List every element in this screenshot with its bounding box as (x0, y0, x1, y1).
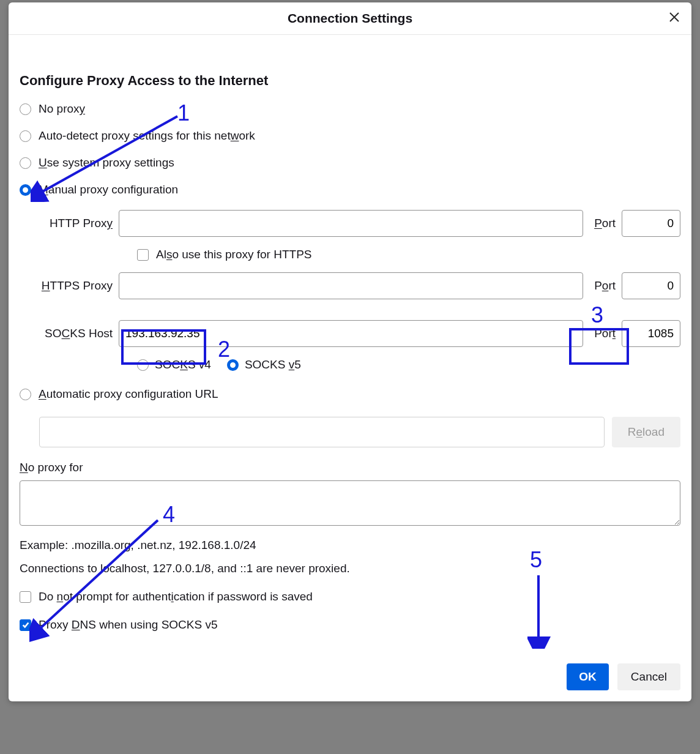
localhost-note: Connections to localhost, 127.0.0.1/8, a… (20, 562, 680, 575)
also-https-row[interactable]: Also use this proxy for HTTPS (137, 248, 680, 261)
radio-label: Use system proxy settings (39, 156, 174, 170)
http-port-input[interactable] (622, 210, 680, 237)
radio-label: Manual proxy configuration (39, 183, 178, 196)
radio-manual[interactable]: Manual proxy configuration (20, 183, 680, 196)
section-title: Configure Proxy Access to the Internet (20, 73, 680, 89)
manual-proxy-fields: HTTP Proxy Port Also use this proxy for … (39, 210, 680, 371)
socks-port-label: Port (594, 327, 616, 340)
radio-icon-selected (227, 359, 239, 371)
dialog-title: Connection Settings (288, 11, 412, 25)
https-port-label: Port (594, 279, 616, 293)
close-icon (668, 11, 680, 23)
http-proxy-input[interactable] (119, 210, 583, 237)
no-proxy-for-input[interactable] (20, 480, 680, 526)
radio-label: Auto-detect proxy settings for this netw… (39, 129, 255, 143)
radio-icon (137, 359, 149, 371)
radio-use-system[interactable]: Use system proxy settings (20, 156, 680, 170)
https-proxy-input[interactable] (119, 272, 583, 299)
dialog-body: Configure Proxy Access to the Internet N… (9, 35, 691, 632)
https-proxy-row: HTTPS Proxy Port (39, 272, 680, 299)
http-proxy-row: HTTP Proxy Port (39, 210, 680, 237)
radio-icon-selected (20, 184, 31, 196)
radio-socks-v4[interactable]: SOCKS v4 (137, 358, 211, 371)
socks-version-row: SOCKS v4 SOCKS v5 (137, 358, 680, 371)
example-text: Example: .mozilla.org, .net.nz, 192.168.… (20, 539, 680, 552)
radio-no-proxy[interactable]: No proxy (20, 102, 680, 116)
reload-button[interactable]: Reload (612, 417, 680, 447)
checkbox-icon (20, 591, 31, 603)
http-proxy-label: HTTP Proxy (39, 217, 113, 230)
close-button[interactable] (666, 9, 683, 26)
radio-icon (20, 389, 31, 400)
radio-socks-v5[interactable]: SOCKS v5 (227, 358, 301, 371)
https-proxy-label: HTTPS Proxy (39, 279, 113, 293)
auth-prompt-row[interactable]: Do not prompt for authentication if pass… (20, 590, 680, 603)
cancel-button[interactable]: Cancel (617, 663, 680, 690)
checkbox-icon (137, 249, 149, 261)
socks-host-input[interactable] (119, 320, 583, 347)
ok-button[interactable]: OK (567, 663, 609, 690)
no-proxy-for-label: No proxy for (20, 461, 680, 474)
socks-host-label: SOCKS Host (39, 327, 113, 340)
auto-url-row: Reload (39, 417, 680, 447)
auth-prompt-label: Do not prompt for authentication if pass… (39, 590, 313, 603)
radio-label: Automatic proxy configuration URL (39, 387, 218, 401)
https-port-input[interactable] (622, 272, 680, 299)
radio-icon (20, 130, 31, 142)
socks-v4-label: SOCKS v4 (155, 358, 211, 371)
radio-icon (20, 157, 31, 169)
dialog-footer: OK Cancel (567, 663, 680, 690)
radio-icon (20, 103, 31, 115)
proxy-dns-label: Proxy DNS when using SOCKS v5 (39, 618, 218, 632)
socks-host-row: SOCKS Host Port (39, 320, 680, 347)
connection-settings-dialog: Connection Settings Configure Proxy Acce… (9, 2, 691, 701)
checkbox-icon-checked (20, 619, 31, 631)
radio-auto-url[interactable]: Automatic proxy configuration URL (20, 387, 680, 401)
radio-auto-detect[interactable]: Auto-detect proxy settings for this netw… (20, 129, 680, 143)
socks-v5-label: SOCKS v5 (245, 358, 301, 371)
radio-label: No proxy (39, 102, 85, 116)
dialog-header: Connection Settings (9, 2, 691, 35)
proxy-dns-row[interactable]: Proxy DNS when using SOCKS v5 (20, 618, 680, 632)
http-port-label: Port (594, 217, 616, 230)
socks-port-input[interactable] (622, 320, 680, 347)
also-https-label: Also use this proxy for HTTPS (156, 248, 311, 261)
auto-url-input[interactable] (39, 417, 605, 447)
